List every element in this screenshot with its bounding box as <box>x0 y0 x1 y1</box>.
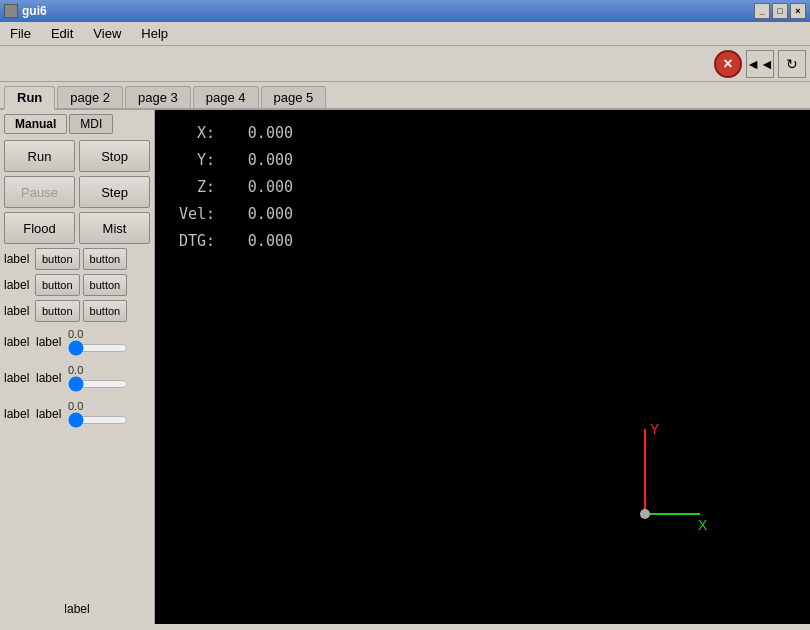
prev-button[interactable]: ◄◄ <box>746 50 774 78</box>
coords-display: X: 0.000 Y: 0.000 Z: 0.000 Vel: 0.000 DT… <box>175 120 293 255</box>
menu-help[interactable]: Help <box>135 24 174 43</box>
btn1-row3[interactable]: button <box>35 300 80 322</box>
vel-value: 0.000 <box>223 201 293 228</box>
run-button[interactable]: Run <box>4 140 75 172</box>
slider-lbl1-1: label <box>4 335 32 349</box>
pause-button[interactable]: Pause <box>4 176 75 208</box>
tab-run[interactable]: Run <box>4 86 55 110</box>
slider-lbl2-3: label <box>36 407 64 421</box>
svg-point-2 <box>640 509 650 519</box>
slider-row-2: label label 0.0 <box>4 362 150 394</box>
z-label: Z: <box>175 174 215 201</box>
tab-page3[interactable]: page 3 <box>125 86 191 108</box>
bottom-label-text: label <box>64 602 89 616</box>
coord-dtg-row: DTG: 0.000 <box>175 228 293 255</box>
pause-step-row: Pause Step <box>4 176 150 208</box>
left-panel: Manual MDI Run Stop Pause Step Flood Mis… <box>0 110 155 624</box>
slider-container-3: 0.0 <box>68 400 150 428</box>
window-title: gui6 <box>22 4 47 18</box>
axes-display: Y X <box>580 414 710 544</box>
slider-input-1[interactable] <box>68 340 128 356</box>
mist-button[interactable]: Mist <box>79 212 150 244</box>
close-button[interactable]: × <box>790 3 806 19</box>
svg-text:X: X <box>698 517 708 533</box>
subtab-manual[interactable]: Manual <box>4 114 67 134</box>
menu-bar: File Edit View Help <box>0 22 810 46</box>
label-btn-row-3: label button button <box>4 300 150 322</box>
slider-container-1: 0.0 <box>68 328 150 356</box>
main-content: Manual MDI Run Stop Pause Step Flood Mis… <box>0 110 810 624</box>
app-icon <box>4 4 18 18</box>
stop-button[interactable]: × <box>714 50 742 78</box>
subtab-mdi[interactable]: MDI <box>69 114 113 134</box>
title-bar: gui6 _ □ × <box>0 0 810 22</box>
slider-container-2: 0.0 <box>68 364 150 392</box>
tab-page4[interactable]: page 4 <box>193 86 259 108</box>
slider-lbl1-3: label <box>4 407 32 421</box>
slider-row-3: label label 0.0 <box>4 398 150 430</box>
maximize-button[interactable]: □ <box>772 3 788 19</box>
slider-lbl2-2: label <box>36 371 64 385</box>
bottom-label: label <box>4 598 150 620</box>
refresh-button[interactable]: ↻ <box>778 50 806 78</box>
lbl1-row3: label <box>4 304 32 318</box>
dtg-value: 0.000 <box>223 228 293 255</box>
minimize-button[interactable]: _ <box>754 3 770 19</box>
slider-input-3[interactable] <box>68 412 128 428</box>
lbl1-row1: label <box>4 252 32 266</box>
btn1-row1[interactable]: button <box>35 248 80 270</box>
flood-mist-row: Flood Mist <box>4 212 150 244</box>
run-stop-row: Run Stop <box>4 140 150 172</box>
slider-val-2: 0.0 <box>68 364 83 376</box>
menu-file[interactable]: File <box>4 24 37 43</box>
tab-page2[interactable]: page 2 <box>57 86 123 108</box>
x-value: 0.000 <box>223 120 293 147</box>
label-btn-row-2: label button button <box>4 274 150 296</box>
vel-label: Vel: <box>175 201 215 228</box>
slider-input-2[interactable] <box>68 376 128 392</box>
coord-y-row: Y: 0.000 <box>175 147 293 174</box>
title-bar-left: gui6 <box>4 4 47 18</box>
z-value: 0.000 <box>223 174 293 201</box>
menu-view[interactable]: View <box>87 24 127 43</box>
y-label: Y: <box>175 147 215 174</box>
menu-edit[interactable]: Edit <box>45 24 79 43</box>
slider-lbl1-2: label <box>4 371 32 385</box>
tabs-row: Run page 2 page 3 page 4 page 5 <box>0 82 810 110</box>
3d-view[interactable]: X: 0.000 Y: 0.000 Z: 0.000 Vel: 0.000 DT… <box>155 110 810 624</box>
slider-lbl2-1: label <box>36 335 64 349</box>
slider-val-3: 0.0 <box>68 400 83 412</box>
lbl1-row2: label <box>4 278 32 292</box>
btn2-row3[interactable]: button <box>83 300 128 322</box>
label-btn-row-1: label button button <box>4 248 150 270</box>
tab-page5[interactable]: page 5 <box>261 86 327 108</box>
x-label: X: <box>175 120 215 147</box>
coord-x-row: X: 0.000 <box>175 120 293 147</box>
btn2-row2[interactable]: button <box>83 274 128 296</box>
title-bar-buttons: _ □ × <box>754 3 806 19</box>
btn2-row1[interactable]: button <box>83 248 128 270</box>
stop-ctrl-button[interactable]: Stop <box>79 140 150 172</box>
btn1-row2[interactable]: button <box>35 274 80 296</box>
coord-z-row: Z: 0.000 <box>175 174 293 201</box>
toolbar: × ◄◄ ↻ <box>0 46 810 82</box>
slider-val-1: 0.0 <box>68 328 83 340</box>
sub-tabs: Manual MDI <box>4 114 150 134</box>
flood-button[interactable]: Flood <box>4 212 75 244</box>
coord-vel-row: Vel: 0.000 <box>175 201 293 228</box>
slider-row-1: label label 0.0 <box>4 326 150 358</box>
dtg-label: DTG: <box>175 228 215 255</box>
svg-text:Y: Y <box>650 421 660 437</box>
step-button[interactable]: Step <box>79 176 150 208</box>
y-value: 0.000 <box>223 147 293 174</box>
